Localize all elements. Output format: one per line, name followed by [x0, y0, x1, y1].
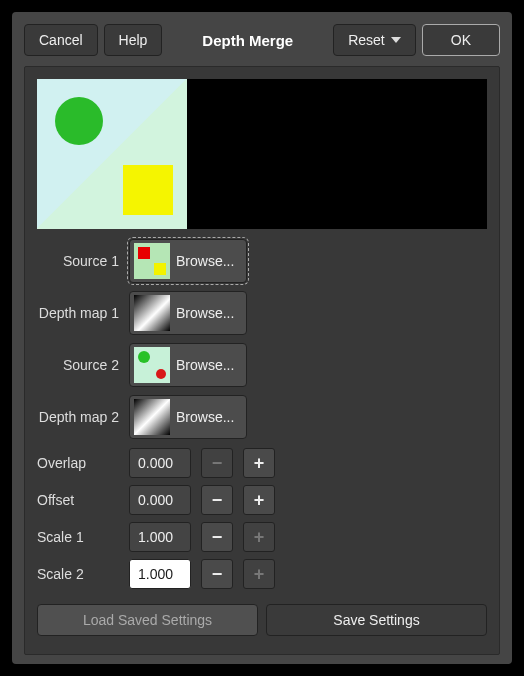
label-source1: Source 1	[37, 253, 119, 269]
label-overlap: Overlap	[37, 455, 119, 471]
browse-source1-label: Browse...	[176, 253, 234, 269]
row-scale2: Scale 2 1.000 − +	[37, 558, 487, 590]
offset-increment[interactable]: +	[243, 485, 275, 515]
cancel-button[interactable]: Cancel	[24, 24, 98, 56]
thumb-source2-icon	[134, 347, 170, 383]
label-depth1: Depth map 1	[37, 305, 119, 321]
ok-button[interactable]: OK	[422, 24, 500, 56]
scale2-decrement[interactable]: −	[201, 559, 233, 589]
overlap-increment[interactable]: +	[243, 448, 275, 478]
thumb-source1-icon	[134, 243, 170, 279]
scale1-increment[interactable]: +	[243, 522, 275, 552]
input-scale1[interactable]: 1.000	[129, 522, 191, 552]
browse-source2[interactable]: Browse...	[129, 343, 247, 387]
load-settings-button[interactable]: Load Saved Settings	[37, 604, 258, 636]
dialog-window: Cancel Help Depth Merge Reset OK Source …	[12, 12, 512, 664]
browse-source2-label: Browse...	[176, 357, 234, 373]
dialog-title: Depth Merge	[168, 32, 327, 49]
thumb-depth1-icon	[134, 295, 170, 331]
overlap-decrement[interactable]: −	[201, 448, 233, 478]
thumb-depth2-icon	[134, 399, 170, 435]
label-source2: Source 2	[37, 357, 119, 373]
label-offset: Offset	[37, 492, 119, 508]
browse-depth2[interactable]: Browse...	[129, 395, 247, 439]
input-scale2[interactable]: 1.000	[129, 559, 191, 589]
scale2-increment[interactable]: +	[243, 559, 275, 589]
chevron-down-icon	[391, 37, 401, 43]
browse-source1[interactable]: Browse...	[129, 239, 247, 283]
row-scale1: Scale 1 1.000 − +	[37, 521, 487, 553]
browse-depth1[interactable]: Browse...	[129, 291, 247, 335]
reset-button-label: Reset	[348, 32, 385, 48]
label-scale1: Scale 1	[37, 529, 119, 545]
row-overlap: Overlap 0.000 − +	[37, 447, 487, 479]
preview-image	[37, 79, 187, 229]
reset-button[interactable]: Reset	[333, 24, 416, 56]
help-button[interactable]: Help	[104, 24, 163, 56]
row-depth2: Depth map 2 Browse...	[37, 395, 487, 439]
preview-area	[37, 79, 487, 229]
browse-depth1-label: Browse...	[176, 305, 234, 321]
dialog-footer: Load Saved Settings Save Settings	[37, 604, 487, 636]
offset-decrement[interactable]: −	[201, 485, 233, 515]
save-settings-button[interactable]: Save Settings	[266, 604, 487, 636]
preview-square	[123, 165, 173, 215]
input-offset[interactable]: 0.000	[129, 485, 191, 515]
label-depth2: Depth map 2	[37, 409, 119, 425]
dialog-body: Source 1 Browse... Depth map 1 Browse...…	[24, 66, 500, 655]
row-depth1: Depth map 1 Browse...	[37, 291, 487, 335]
input-overlap[interactable]: 0.000	[129, 448, 191, 478]
preview-circle	[55, 97, 103, 145]
row-source2: Source 2 Browse...	[37, 343, 487, 387]
scale1-decrement[interactable]: −	[201, 522, 233, 552]
browse-depth2-label: Browse...	[176, 409, 234, 425]
row-offset: Offset 0.000 − +	[37, 484, 487, 516]
label-scale2: Scale 2	[37, 566, 119, 582]
dialog-titlebar: Cancel Help Depth Merge Reset OK	[24, 24, 500, 56]
row-source1: Source 1 Browse...	[37, 239, 487, 283]
